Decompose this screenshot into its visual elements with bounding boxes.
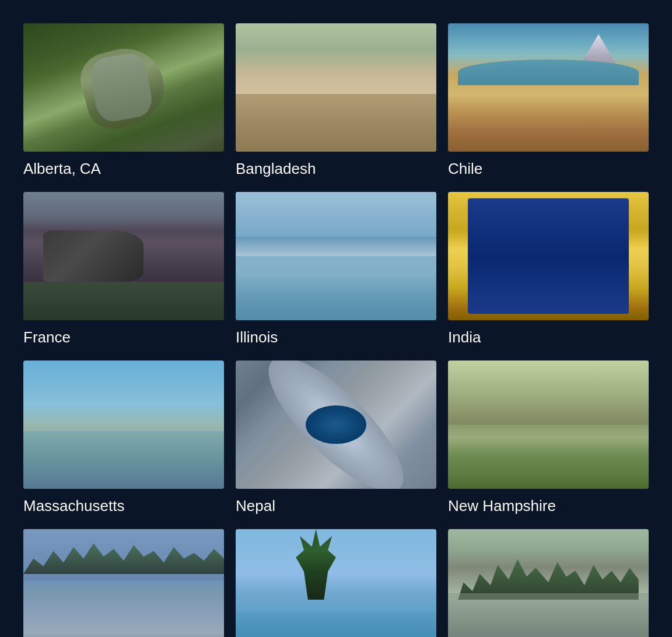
gallery-item-france[interactable]: France [23,192,224,349]
gallery-label-india: India [448,326,649,349]
photo-box-chile [448,23,649,152]
gallery-label-new-hampshire: New Hampshire [448,495,649,517]
photo-box-new-hampshire [448,360,649,489]
photo-image-bangladesh [236,23,436,152]
photo-image-france [23,192,224,320]
photo-image-new-hampshire [448,360,649,489]
photo-box-alberta-ca [23,23,224,152]
gallery-item-illinois[interactable]: Illinois [236,192,436,349]
gallery-item-india[interactable]: India [448,192,649,349]
gallery-label-chile: Chile [448,158,649,180]
gallery-label-massachusetts: Massachusetts [23,495,224,517]
gallery-item-bangladesh[interactable]: Bangladesh [236,23,436,180]
photo-image-ohio [448,529,649,637]
gallery-label-bangladesh: Bangladesh [236,158,436,180]
photo-image-chile [448,23,649,152]
photo-image-north-carolina [236,529,436,637]
gallery-item-massachusetts[interactable]: Massachusetts [23,360,224,517]
gallery-item-alberta-ca[interactable]: Alberta, CA [23,23,224,180]
gallery-item-north-carolina[interactable]: North Carolina [236,529,436,637]
photo-box-ohio [448,529,649,637]
gallery-label-france: France [23,326,224,349]
photo-image-nepal [236,360,436,489]
gallery-grid: Alberta, CABangladeshChileFranceIllinois… [0,0,672,637]
photo-image-alberta-ca [23,23,224,152]
photo-image-massachusetts [23,360,224,489]
photo-box-massachusetts [23,360,224,489]
photo-box-france [23,192,224,320]
photo-image-new-york [23,529,224,637]
photo-box-bangladesh [236,23,436,152]
photo-box-north-carolina [236,529,436,637]
gallery-item-ohio[interactable]: Ohio [448,529,649,637]
photo-image-illinois [236,192,436,320]
gallery-item-new-hampshire[interactable]: New Hampshire [448,360,649,517]
photo-image-india [448,192,649,320]
photo-box-illinois [236,192,436,320]
photo-box-new-york [23,529,224,637]
gallery-item-new-york[interactable]: New York [23,529,224,637]
gallery-label-alberta-ca: Alberta, CA [23,158,224,180]
gallery-label-nepal: Nepal [236,495,436,517]
photo-box-nepal [236,360,436,489]
photo-box-india [448,192,649,320]
gallery-item-nepal[interactable]: Nepal [236,360,436,517]
gallery-label-illinois: Illinois [236,326,436,349]
gallery-item-chile[interactable]: Chile [448,23,649,180]
